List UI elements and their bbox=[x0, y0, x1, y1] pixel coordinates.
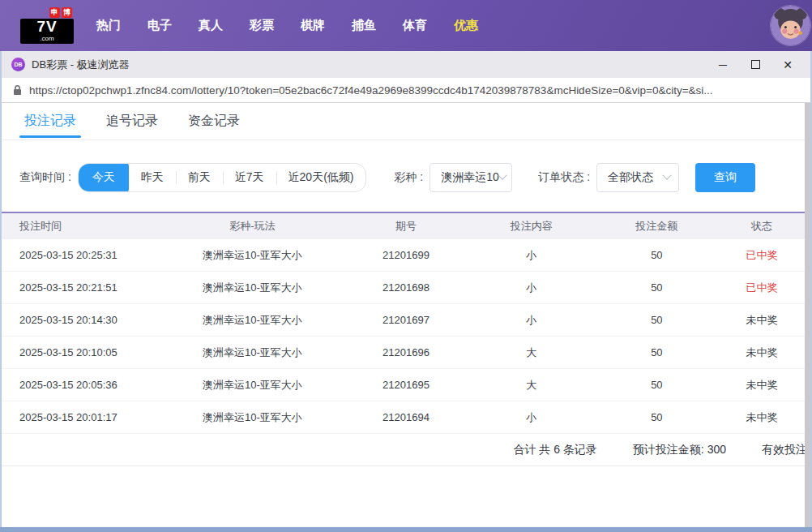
minimize-button[interactable]: ─ bbox=[707, 54, 739, 76]
lottery-select-value: 澳洲幸运10 bbox=[441, 170, 499, 185]
browser-addressbar[interactable]: https://ctop02pchwp1.zfnc84.com/lottery/… bbox=[0, 78, 812, 103]
summary-total: 合计 共 6 条记录 bbox=[513, 443, 596, 457]
maximize-button[interactable] bbox=[739, 54, 771, 76]
time-filter-label: 查询时间 : bbox=[19, 170, 71, 185]
cell-bet-time: 2025-03-15 20:21:51 bbox=[2, 281, 156, 294]
table-row: 2025-03-15 20:05:36 澳洲幸运10-亚军大小 21201695… bbox=[2, 369, 810, 401]
table-header-row: 投注时间 彩种-玩法 期号 投注内容 投注金额 状态 bbox=[2, 212, 810, 239]
table-body: 2025-03-15 20:25:31 澳洲幸运10-亚军大小 21201699… bbox=[2, 239, 810, 434]
table-summary-row: 合计 共 6 条记录 预计投注金额: 300 有效投注金 bbox=[2, 434, 810, 466]
cell-game-play: 澳洲幸运10-亚军大小 bbox=[156, 410, 350, 425]
time-filter-today[interactable]: 今天 bbox=[79, 163, 129, 192]
logo-badge-1: 申 bbox=[49, 7, 60, 18]
vertical-scrollbar[interactable] bbox=[805, 103, 810, 527]
close-button[interactable]: ✕ bbox=[771, 54, 804, 76]
screen: 申 博 7V .com 热门 电子 真人 彩票 棋牌 捕鱼 体育 优惠 bbox=[0, 0, 812, 532]
cell-bet-amount: 50 bbox=[600, 314, 714, 326]
header-status: 状态 bbox=[713, 219, 810, 234]
logo-badges: 申 博 bbox=[20, 7, 74, 18]
browser-window-title: DB彩票 - 极速浏览器 bbox=[32, 58, 130, 72]
cell-game-play: 澳洲幸运10-亚军大小 bbox=[156, 345, 350, 360]
logo-badge-2: 博 bbox=[62, 7, 72, 18]
header-game-play: 彩种-玩法 bbox=[156, 219, 350, 234]
status-badge: 已中奖 bbox=[713, 281, 810, 295]
cell-bet-content: 大 bbox=[463, 378, 600, 393]
url-text[interactable]: https://ctop02pchwp1.zfnc84.com/lottery/… bbox=[29, 84, 713, 97]
time-filter-7days[interactable]: 近7天 bbox=[223, 163, 276, 192]
nav-item-lottery[interactable]: 彩票 bbox=[250, 18, 274, 33]
cell-game-play: 澳洲幸运10-亚军大小 bbox=[156, 248, 350, 263]
summary-expected-amount: 预计投注金额: 300 bbox=[633, 443, 726, 457]
order-status-label: 订单状态 : bbox=[538, 170, 590, 185]
cell-game-play: 澳洲幸运10-亚军大小 bbox=[156, 378, 350, 393]
window-bottom-border bbox=[0, 527, 812, 532]
time-filter-20days[interactable]: 近20天(低频) bbox=[276, 163, 366, 192]
lock-icon bbox=[13, 84, 22, 96]
browser-titlebar: DB DB彩票 - 极速浏览器 ─ ✕ bbox=[0, 51, 812, 78]
table-row: 2025-03-15 20:14:30 澳洲幸运10-亚军大小 21201697… bbox=[2, 304, 810, 337]
chevron-down-icon bbox=[662, 171, 671, 180]
nav-item-sports[interactable]: 体育 bbox=[403, 18, 427, 33]
table-row: 2025-03-15 20:21:51 澳洲幸运10-亚军大小 21201698… bbox=[2, 272, 810, 304]
cell-bet-amount: 50 bbox=[600, 346, 714, 358]
query-button[interactable]: 查询 bbox=[695, 163, 755, 192]
time-filter-day-before[interactable]: 前天 bbox=[176, 163, 223, 192]
table-row: 2025-03-15 20:25:31 澳洲幸运10-亚军大小 21201699… bbox=[2, 239, 810, 272]
nav-item-live[interactable]: 真人 bbox=[199, 18, 223, 33]
header-bet-content: 投注内容 bbox=[463, 219, 600, 234]
site-nav-bar: 申 博 7V .com 热门 电子 真人 彩票 棋牌 捕鱼 体育 优惠 bbox=[0, 0, 812, 51]
lottery-select[interactable]: 澳洲幸运10 bbox=[430, 163, 512, 192]
cell-bet-content: 小 bbox=[463, 281, 600, 295]
browser-favicon: DB bbox=[11, 58, 25, 71]
nav-item-promo[interactable]: 优惠 bbox=[454, 18, 478, 33]
filter-bar: 查询时间 : 今天 昨天 前天 近7天 近20天(低频) 彩种 : 澳洲幸运10… bbox=[2, 140, 810, 212]
cell-issue: 21201696 bbox=[349, 346, 463, 358]
cell-bet-amount: 50 bbox=[600, 411, 714, 423]
table-row: 2025-03-15 20:10:05 澳洲幸运10-亚军大小 21201696… bbox=[2, 337, 810, 369]
status-badge: 未中奖 bbox=[713, 345, 810, 360]
nav-item-hot[interactable]: 热门 bbox=[96, 18, 121, 33]
nav-item-fishing[interactable]: 捕鱼 bbox=[352, 18, 376, 33]
status-badge: 未中奖 bbox=[713, 313, 810, 328]
cell-issue: 21201697 bbox=[349, 314, 463, 326]
order-status-select[interactable]: 全部状态 bbox=[596, 163, 679, 192]
table-row: 2025-03-15 20:01:17 澳洲幸运10-亚军大小 21201694… bbox=[2, 401, 810, 434]
nav-item-cards[interactable]: 棋牌 bbox=[301, 18, 325, 33]
order-status-value: 全部状态 bbox=[608, 170, 653, 185]
cell-bet-content: 小 bbox=[463, 313, 600, 328]
time-filter-yesterday[interactable]: 昨天 bbox=[129, 163, 176, 192]
cell-bet-time: 2025-03-15 20:01:17 bbox=[2, 411, 156, 423]
cell-bet-content: 小 bbox=[463, 410, 600, 425]
header-bet-time: 投注时间 bbox=[2, 219, 156, 234]
cell-bet-amount: 50 bbox=[600, 249, 714, 261]
tab-chase-records[interactable]: 追号记录 bbox=[106, 103, 158, 139]
cell-bet-time: 2025-03-15 20:05:36 bbox=[2, 379, 156, 391]
cell-bet-amount: 50 bbox=[600, 281, 714, 294]
lottery-select-label: 彩种 : bbox=[394, 170, 423, 185]
cell-bet-content: 大 bbox=[463, 345, 600, 360]
site-logo[interactable]: 申 博 7V .com bbox=[20, 7, 74, 44]
cell-issue: 21201698 bbox=[349, 281, 463, 294]
cell-game-play: 澳洲幸运10-亚军大小 bbox=[156, 313, 350, 328]
avatar-illustration bbox=[771, 6, 810, 45]
tab-bet-records[interactable]: 投注记录 bbox=[24, 103, 76, 139]
status-badge: 未中奖 bbox=[713, 378, 810, 393]
maximize-icon bbox=[751, 60, 760, 69]
page-content: 投注记录 追号记录 资金记录 查询时间 : 今天 昨天 前天 近7天 近20天(… bbox=[0, 103, 812, 531]
cell-issue: 21201695 bbox=[349, 379, 463, 391]
status-badge: 未中奖 bbox=[713, 410, 810, 425]
time-filter-group: 今天 昨天 前天 近7天 近20天(低频) bbox=[78, 163, 367, 192]
header-issue: 期号 bbox=[349, 219, 463, 234]
cell-issue: 21201694 bbox=[349, 411, 463, 423]
cell-bet-time: 2025-03-15 20:25:31 bbox=[2, 249, 156, 261]
nav-item-slots[interactable]: 电子 bbox=[147, 18, 172, 33]
header-bet-amount: 投注金额 bbox=[600, 219, 714, 234]
user-avatar[interactable] bbox=[771, 6, 810, 45]
logo-main-text: 7V bbox=[20, 19, 74, 35]
logo-suffix-text: .com bbox=[20, 35, 74, 44]
record-tabs: 投注记录 追号记录 资金记录 bbox=[2, 103, 810, 140]
tab-fund-records[interactable]: 资金记录 bbox=[188, 103, 240, 139]
cell-bet-content: 小 bbox=[463, 248, 600, 263]
site-nav-menu: 热门 电子 真人 彩票 棋牌 捕鱼 体育 优惠 bbox=[96, 18, 478, 33]
status-badge: 已中奖 bbox=[713, 248, 810, 263]
